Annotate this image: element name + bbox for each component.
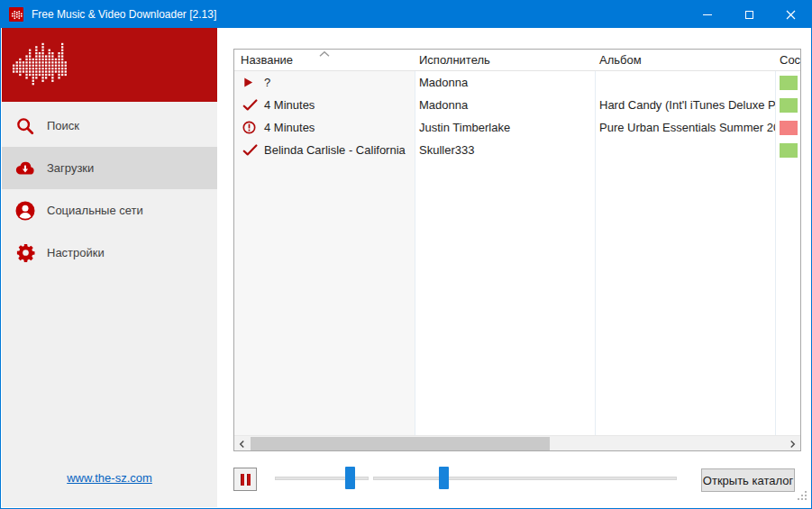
waveform-logo-icon <box>13 42 70 87</box>
maximize-button[interactable] <box>728 1 770 28</box>
slider-track[interactable] <box>373 477 677 480</box>
status-square <box>780 98 798 113</box>
sidebar-item-label: Загрузки <box>47 161 94 175</box>
scroll-right-arrow[interactable] <box>785 436 800 451</box>
app-icon <box>9 7 23 22</box>
maximize-icon <box>745 11 753 19</box>
resize-grip[interactable] <box>797 490 807 501</box>
track-artist: Madonna <box>415 98 595 112</box>
minimize-button[interactable] <box>687 1 728 28</box>
sidebar-item-label: Настройки <box>47 246 105 259</box>
slider-2[interactable] <box>373 466 677 491</box>
scroll-left-arrow[interactable] <box>234 436 250 451</box>
app-window: Free Music & Video Downloader [2.13] <box>0 0 812 509</box>
sidebar-item-social[interactable]: Социальные сети <box>2 189 217 232</box>
play-icon <box>242 76 259 90</box>
sidebar-item-label: Социальные сети <box>47 204 143 217</box>
search-icon <box>14 115 36 137</box>
sort-asc-icon <box>318 50 331 58</box>
gear-icon <box>14 242 36 264</box>
status-square <box>780 76 798 90</box>
track-title: 4 Minutes <box>264 121 315 134</box>
pause-button[interactable] <box>233 468 257 491</box>
slider-1[interactable] <box>275 466 369 491</box>
sidebar: Поиск Загрузки Социальные сети <box>2 28 217 507</box>
table-row[interactable]: 4 Minutes Justin Timberlake Pure Urban E… <box>234 116 800 139</box>
check-icon <box>242 98 259 113</box>
open-catalog-button[interactable]: Открыть каталог <box>701 468 795 492</box>
person-circle-icon <box>14 200 36 222</box>
table-row[interactable]: ? Madonna <box>234 71 800 94</box>
title-bar: Free Music & Video Downloader [2.13] <box>1 1 811 28</box>
check-icon <box>242 143 259 158</box>
track-artist: Madonna <box>415 76 595 89</box>
table-header: Название Исполнитель Альбом Состояние <box>234 50 800 71</box>
main-content: Название Исполнитель Альбом Состояние <box>217 28 810 507</box>
minimize-icon <box>703 14 712 15</box>
table-row[interactable]: 4 Minutes Madonna Hard Candy (Int'l iTun… <box>234 94 800 116</box>
sidebar-item-search[interactable]: Поиск <box>2 105 217 147</box>
track-album: Pure Urban Essentials Summer 20... <box>595 121 775 134</box>
logo-banner <box>2 28 217 102</box>
cloud-download-icon <box>14 158 36 179</box>
window-title: Free Music & Video Downloader [2.13] <box>32 8 216 21</box>
pause-icon <box>241 474 244 486</box>
sidebar-item-settings[interactable]: Настройки <box>2 232 217 274</box>
horizontal-scrollbar[interactable] <box>234 435 800 450</box>
warning-icon <box>242 121 259 135</box>
track-title: Belinda Carlisle - California <box>264 143 406 157</box>
close-icon <box>786 10 796 20</box>
table-body: ? Madonna 4 Minutes Madonna <box>234 71 800 161</box>
sidebar-item-label: Поиск <box>47 119 79 132</box>
sidebar-item-downloads[interactable]: Загрузки <box>2 147 217 189</box>
track-album: Hard Candy (Int'l iTunes Deluxe P... <box>595 98 775 112</box>
column-header-status[interactable]: Состояние <box>775 50 800 70</box>
column-header-artist[interactable]: Исполнитель <box>415 50 595 70</box>
status-square <box>780 121 798 135</box>
column-header-album[interactable]: Альбом <box>595 50 775 70</box>
close-button[interactable] <box>770 1 811 28</box>
track-title: ? <box>264 76 270 89</box>
slider-thumb[interactable] <box>439 467 449 489</box>
track-artist: Justin Timberlake <box>415 121 595 134</box>
status-square <box>780 143 798 158</box>
website-link[interactable]: www.the-sz.com <box>67 471 152 485</box>
downloads-table: Название Исполнитель Альбом Состояние <box>233 49 801 451</box>
pause-icon <box>247 474 251 486</box>
scrollbar-thumb[interactable] <box>251 437 550 450</box>
track-artist: Skuller333 <box>415 143 595 157</box>
track-title: 4 Minutes <box>264 98 315 112</box>
table-row[interactable]: Belinda Carlisle - California Skuller333 <box>234 139 800 161</box>
slider-thumb[interactable] <box>345 467 355 489</box>
